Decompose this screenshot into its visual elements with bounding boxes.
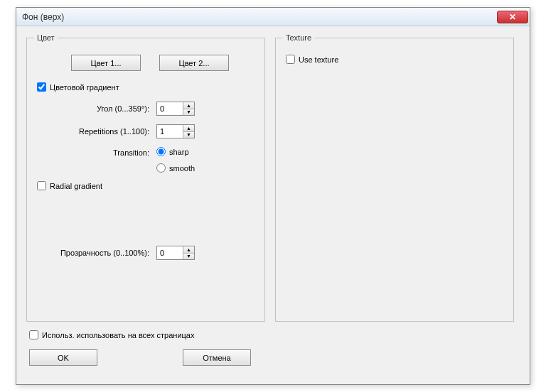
texture-legend: Texture (283, 33, 314, 42)
angle-input[interactable] (157, 102, 183, 115)
use-texture-checkbox[interactable] (286, 55, 295, 64)
close-button[interactable]: ✕ (497, 11, 528, 23)
window-title: Фон (верх) (22, 12, 497, 22)
color1-button[interactable]: Цвет 1... (71, 55, 141, 71)
cancel-button[interactable]: Отмена (183, 349, 251, 366)
color-legend: Цвет (34, 33, 58, 42)
angle-down[interactable]: ▼ (183, 109, 194, 116)
texture-group: Texture Use texture (275, 33, 514, 322)
reps-label: Repetitions (1..100): (34, 127, 156, 136)
radial-label: Radial gradient (50, 182, 102, 190)
color2-button[interactable]: Цвет 2... (159, 55, 229, 71)
opacity-label: Прозрачность (0..100%): (34, 249, 156, 257)
opacity-down[interactable]: ▼ (183, 254, 194, 260)
angle-label: Угол (0...359°): (34, 104, 156, 113)
all-pages-label: Использ. использовать на всех страницах (42, 331, 194, 339)
angle-spinner[interactable]: ▲ ▼ (156, 102, 195, 116)
ok-button[interactable]: OK (29, 349, 97, 366)
angle-up[interactable]: ▲ (183, 102, 194, 109)
close-icon: ✕ (509, 12, 516, 22)
smooth-radio[interactable] (156, 163, 166, 173)
sharp-label: sharp (169, 148, 189, 156)
smooth-label: smooth (169, 164, 195, 173)
content-area: Цвет Цвет 1... Цвет 2... Цветовой градие… (16, 26, 530, 373)
titlebar[interactable]: Фон (верх) ✕ (16, 8, 530, 26)
gradient-label: Цветовой градиент (50, 83, 119, 92)
opacity-input[interactable] (157, 246, 183, 259)
dialog-window: Фон (верх) ✕ Цвет Цвет 1... Цвет 2... Цв… (16, 7, 530, 385)
opacity-up[interactable]: ▲ (183, 246, 194, 254)
color-group: Цвет Цвет 1... Цвет 2... Цветовой градие… (26, 33, 265, 322)
opacity-spinner[interactable]: ▲ ▼ (156, 246, 195, 260)
reps-input[interactable] (157, 125, 183, 138)
transition-label: Transition: (34, 147, 156, 157)
reps-up[interactable]: ▲ (183, 125, 194, 132)
all-pages-checkbox[interactable] (29, 330, 38, 339)
use-texture-label: Use texture (299, 55, 338, 64)
sharp-radio[interactable] (156, 147, 166, 156)
gradient-checkbox[interactable] (37, 82, 46, 92)
radial-checkbox[interactable] (37, 181, 46, 190)
reps-spinner[interactable]: ▲ ▼ (156, 124, 195, 138)
reps-down[interactable]: ▼ (183, 132, 194, 138)
